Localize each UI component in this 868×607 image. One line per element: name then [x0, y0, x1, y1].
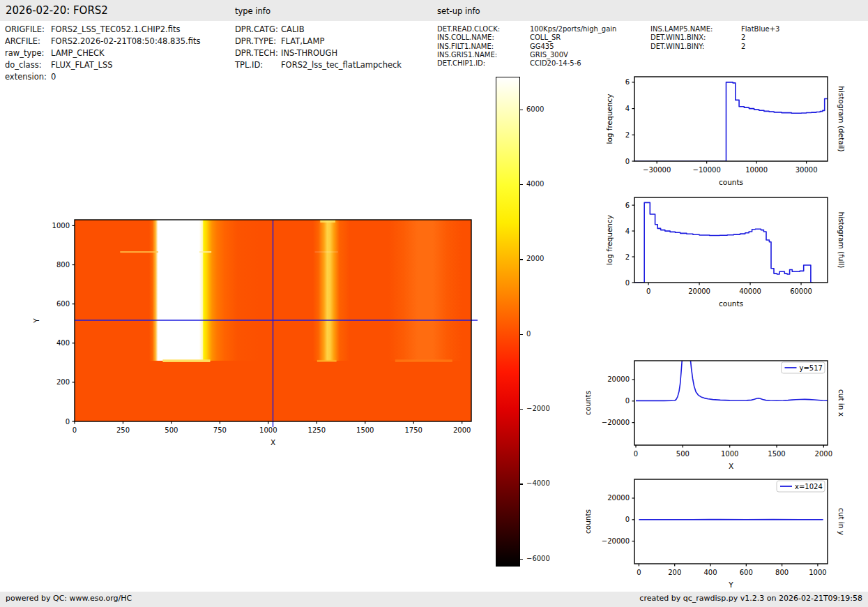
- info-row: ARCFILE:FORS2.2026-02-21T08:50:48.835.fi…: [5, 36, 200, 47]
- streak: [162, 359, 210, 362]
- info-value: FLAT,LAMP: [281, 36, 324, 47]
- x-tick-label: 500: [165, 426, 178, 434]
- colorbar-tick-label: 4000: [526, 180, 544, 188]
- y-tick-label: 0: [625, 397, 630, 405]
- info-label: raw_type:: [5, 47, 51, 59]
- info-label: extension:: [5, 71, 51, 83]
- y-tick-label: 800: [56, 261, 70, 269]
- y-tick-label: −20000: [602, 419, 630, 426]
- x-tick-label: 0: [634, 450, 638, 458]
- info-row: DPR.TYPE:FLAT,LAMP: [235, 36, 402, 47]
- colorbar-tick: [520, 334, 523, 335]
- legend-label: x=1024: [795, 483, 823, 490]
- info-row: DET.WIN1.BINX:2: [650, 33, 779, 42]
- x-tick-label: 1500: [768, 450, 785, 458]
- x-tick-label: −10000: [693, 166, 721, 174]
- info-label: DET.CHIP1.ID:: [437, 59, 530, 68]
- hist_detail-curve: [634, 82, 828, 161]
- info-label: do_class:: [5, 59, 51, 71]
- header-band: [0, 0, 868, 21]
- colorbar-tick: [520, 409, 523, 410]
- info-label: ORIGFILE:: [5, 24, 51, 36]
- info-row: DET.WIN1.BINY:2: [650, 43, 779, 51]
- type-info-block: DPR.CATG:CALIB DPR.TYPE:FLAT,LAMP DPR.TE…: [235, 24, 402, 71]
- streak: [395, 359, 452, 362]
- info-value: 100Kps/2ports/high_gain: [530, 25, 616, 33]
- setup-info-heading: set-up info: [437, 6, 480, 16]
- hist_detail-svg: −30000−1000010000300000246countslog freq…: [586, 67, 860, 197]
- info-value: GG435: [530, 43, 554, 51]
- info-label: DPR.TYPE:: [235, 36, 281, 47]
- x-tick-label: 1750: [404, 426, 422, 434]
- info-row: INS.LAMP5.NAME:FlatBlue+3: [650, 25, 779, 33]
- x-tick-label: 200: [668, 569, 681, 576]
- legend-label: y=517: [800, 364, 823, 372]
- x-tick-label: 250: [116, 426, 130, 434]
- x-tick-label: −30000: [643, 166, 671, 174]
- x-axis-label: counts: [719, 178, 743, 186]
- x-tick-label: 1000: [259, 426, 277, 434]
- info-row: extension:0: [5, 71, 200, 83]
- x-tick-label: 10000: [745, 166, 768, 174]
- y-axis-label: Y: [32, 318, 40, 324]
- info-value: FORS2_LSS_TEC052.1.CHIP2.fits: [51, 24, 180, 36]
- y-axis-label: log frequency: [605, 215, 614, 265]
- colorbar-tick-label: 2000: [526, 255, 544, 262]
- x-tick-label: 400: [703, 569, 717, 576]
- info-label: ARCFILE:: [5, 36, 51, 47]
- x-tick-label: 750: [213, 426, 227, 434]
- y-tick-label: 2: [625, 253, 630, 261]
- info-value: FlatBlue+3: [741, 25, 779, 33]
- colorbar-tick: [520, 110, 523, 110]
- right-axis-label: histogram (detail): [837, 86, 846, 151]
- y-tick-label: 4: [625, 227, 630, 235]
- info-value: INS-THROUGH: [281, 47, 337, 59]
- x-tick-label: 0: [73, 426, 77, 434]
- info-label: DPR.TECH:: [235, 47, 281, 59]
- info-label: INS.GRIS1.NAME:: [437, 51, 530, 59]
- x-tick-label: 2000: [453, 426, 471, 434]
- x-tick-label: 0: [637, 569, 641, 576]
- x-tick-label: 30000: [795, 166, 818, 174]
- main_image-svg: 0250500750100012501500175020000200400600…: [26, 210, 503, 458]
- hist_full-svg: 02000040000600000246countslog frequencyh…: [586, 188, 860, 319]
- streak: [120, 251, 158, 253]
- info-value: FORS2.2026-02-21T08:50:48.835.fits: [51, 36, 200, 47]
- streak: [315, 251, 338, 253]
- colorbar-tick-label: 0: [526, 330, 531, 338]
- info-label: DET.READ.CLOCK:: [437, 25, 530, 33]
- y-axis-label: log frequency: [605, 93, 614, 144]
- page-title: 2026-02-20: FORS2: [6, 4, 108, 17]
- x-tick-label: 1500: [356, 426, 374, 434]
- info-value: 2: [741, 43, 745, 51]
- y-axis-label: counts: [586, 391, 592, 415]
- streak: [317, 360, 337, 362]
- x-tick-label: 1000: [809, 569, 826, 576]
- x-tick-label: 2000: [815, 450, 832, 458]
- slit-band-500: [149, 220, 259, 361]
- y-tick-label: 20000: [607, 375, 630, 383]
- setup-info-block-1: DET.READ.CLOCK:100Kps/2ports/high_gain I…: [437, 25, 616, 68]
- y-tick-label: 0: [625, 158, 630, 165]
- y-tick-label: 1000: [52, 222, 70, 230]
- info-row: DPR.TECH:INS-THROUGH: [235, 47, 402, 59]
- info-row: ORIGFILE:FORS2_LSS_TEC052.1.CHIP2.fits: [5, 24, 200, 36]
- plot-frame: [634, 77, 828, 161]
- info-label: INS.COLL.NAME:: [437, 33, 530, 42]
- y-axis-label: counts: [586, 509, 592, 534]
- colorbar-tick: [520, 559, 523, 560]
- info-value: FLUX_FLAT_LSS: [51, 59, 113, 71]
- info-label: DET.WIN1.BINX:: [650, 33, 741, 42]
- type-info-heading: type info: [235, 6, 271, 16]
- info-row: TPL.ID:FORS2_lss_tec_flatLampcheck: [235, 59, 402, 71]
- slit-band-1800: [388, 220, 462, 361]
- x-tick-label: 600: [740, 569, 753, 576]
- colorbar-tick-label: −6000: [526, 555, 550, 562]
- x-tick-label: 60000: [790, 287, 812, 295]
- file-info-block: ORIGFILE:FORS2_LSS_TEC052.1.CHIP2.fits A…: [5, 24, 200, 83]
- info-value: LAMP_CHECK: [51, 47, 105, 59]
- y-tick-label: 20000: [607, 494, 630, 502]
- x-tick-label: 40000: [739, 287, 761, 295]
- y-tick-label: 0: [625, 516, 630, 523]
- hist_full-curve: [634, 202, 813, 283]
